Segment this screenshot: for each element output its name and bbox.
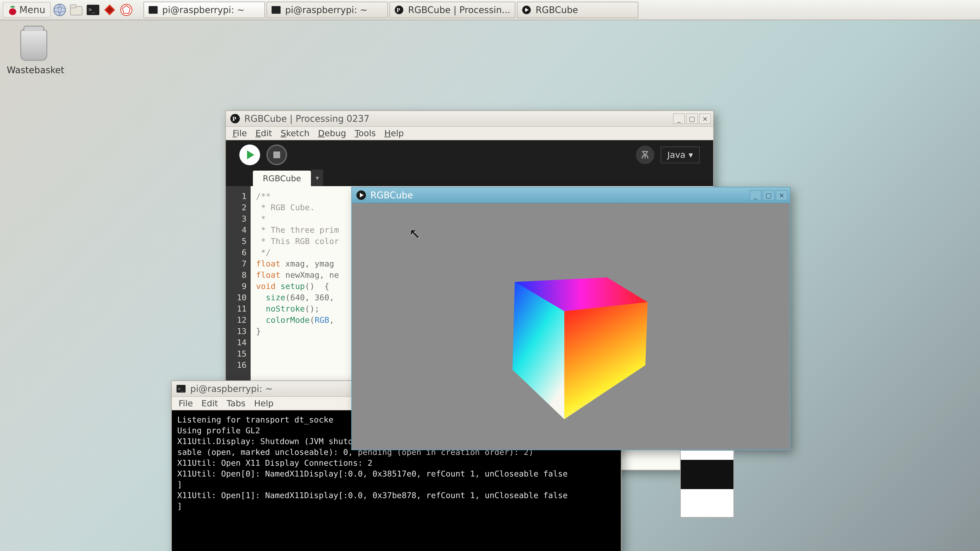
menu-help[interactable]: Help [254, 399, 274, 408]
mouse-cursor-icon: ↖ [409, 226, 421, 241]
file-manager-icon[interactable] [69, 2, 84, 17]
processing-toolbar: Ѫ Java ▾ [226, 140, 713, 170]
menu-edit[interactable]: Edit [256, 128, 272, 138]
trash-icon [20, 29, 47, 61]
close-button[interactable]: × [776, 190, 788, 200]
mode-label: Java [667, 150, 686, 160]
background-window-fragment [680, 450, 734, 518]
taskbar-window-label: RGBCube [536, 5, 578, 15]
mathematica-icon[interactable] [102, 2, 117, 17]
taskbar-window-terminal-2[interactable]: pi@raspberrypi: ~ [266, 2, 388, 18]
taskbar-window-label: pi@raspberrypi: ~ [162, 5, 245, 15]
wastebasket-desktop-icon[interactable]: Wastebasket [7, 29, 61, 75]
close-button[interactable]: × [699, 113, 711, 124]
minimize-button[interactable]: _ [749, 190, 761, 200]
sketch-canvas[interactable]: ↖ [352, 203, 790, 449]
taskbar-window-sketch[interactable]: RGBCube [517, 2, 638, 18]
menu-file[interactable]: File [232, 128, 247, 138]
debug-button[interactable]: Ѫ [636, 146, 654, 164]
taskbar-window-terminal-1[interactable]: pi@raspberrypi: ~ [143, 2, 265, 18]
taskbar-window-label: pi@raspberrypi: ~ [285, 5, 368, 15]
play-icon [247, 150, 254, 159]
svg-marker-25 [564, 302, 648, 419]
taskbar-window-processing[interactable]: P RGBCube | Processin... [389, 2, 515, 18]
tab-menu-button[interactable]: ▾ [312, 170, 323, 186]
stop-button[interactable] [266, 144, 287, 165]
butterfly-icon: Ѫ [641, 149, 649, 161]
wolfram-icon[interactable] [119, 2, 134, 17]
svg-text:P: P [232, 115, 236, 122]
processing-menubar: File Edit Sketch Debug Tools Help [226, 127, 713, 140]
svg-rect-12 [272, 6, 281, 14]
sketch-runner-window: RGBCube _ ▢ × ↖ [351, 187, 791, 450]
menu-edit[interactable]: Edit [202, 399, 218, 408]
svg-text:>_: >_ [178, 386, 183, 391]
rgb-cube-graphic [474, 252, 650, 428]
minimize-button[interactable]: _ [673, 113, 685, 124]
menu-help[interactable]: Help [384, 128, 404, 138]
taskbar-window-label: RGBCube | Processin... [408, 5, 510, 15]
svg-point-1 [54, 4, 65, 16]
menu-sketch[interactable]: Sketch [281, 128, 309, 138]
menu-debug[interactable]: Debug [318, 128, 346, 138]
raspberry-icon [8, 5, 17, 15]
chevron-down-icon: ▾ [689, 150, 693, 160]
play-icon [522, 5, 531, 14]
terminal-icon [272, 5, 281, 14]
terminal-icon [149, 5, 158, 14]
svg-text:>_: >_ [89, 6, 95, 13]
start-menu-label: Menu [19, 4, 45, 15]
svg-point-0 [9, 8, 16, 15]
mode-selector[interactable]: Java ▾ [661, 146, 700, 163]
sketch-titlebar[interactable]: RGBCube _ ▢ × [352, 187, 790, 203]
web-browser-icon[interactable] [52, 2, 67, 17]
processing-icon: P [230, 113, 240, 124]
processing-icon: P [395, 5, 404, 14]
taskbar: Menu >_ pi@raspberrypi: ~ pi@raspberrypi… [0, 0, 980, 20]
wastebasket-label: Wastebasket [7, 65, 61, 75]
sketch-tabbar: RGBCube ▾ [226, 170, 713, 186]
maximize-button[interactable]: ▢ [686, 113, 698, 124]
svg-rect-11 [149, 6, 158, 14]
stop-icon [274, 151, 280, 158]
sketch-title: RGBCube [371, 190, 746, 200]
start-menu-button[interactable]: Menu [3, 2, 51, 17]
processing-titlebar[interactable]: P RGBCube | Processing 0237 _ ▢ × [226, 111, 713, 127]
menu-tools[interactable]: Tools [355, 128, 376, 138]
play-icon [356, 190, 366, 200]
terminal-launcher-icon[interactable]: >_ [85, 2, 101, 17]
menu-tabs[interactable]: Tabs [226, 399, 245, 408]
sketch-tab-rgbcube[interactable]: RGBCube [253, 171, 311, 186]
svg-text:P: P [396, 7, 400, 13]
processing-title: RGBCube | Processing 0237 [244, 113, 669, 124]
run-button[interactable] [239, 144, 260, 165]
menu-file[interactable]: File [178, 399, 193, 408]
maximize-button[interactable]: ▢ [763, 190, 775, 200]
svg-rect-4 [70, 5, 76, 8]
terminal-icon: >_ [176, 384, 186, 394]
